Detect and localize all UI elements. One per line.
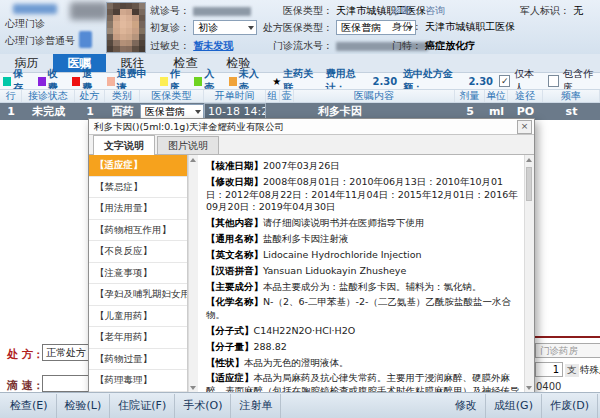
scroll-down-icon[interactable] [190,386,196,390]
bottom-bar-button[interactable]: 检查(E) [2,394,57,418]
status-color-swatch [229,77,237,86]
drug-info-entry: 【核准日期】2007年03月26日 [206,160,520,173]
orders-column-header: 剂量 [455,90,485,102]
content-scrollbar[interactable] [524,155,534,393]
orders-column-header: 组 [266,90,280,102]
bottom-bar-button[interactable]: 手术(O) [175,394,231,418]
allergy-link[interactable]: 暂未发现 [193,40,233,51]
dialog-section-list: 【适应症】【禁忌症】【用法用量】【药物相互作用】【不良反应】【注意事项】【孕妇及… [89,155,188,393]
selected-rx-amount-value: 2.30 [468,76,493,87]
patient-name-blurred [13,4,57,14]
scroll-up-icon[interactable] [190,158,196,162]
dialog-section-item[interactable]: 【不良反应】 [89,241,187,263]
orders-column-header: 行 [0,90,22,102]
row-insurance-dropdown[interactable]: 医保普病 [140,104,204,119]
order-cell: 西药 [105,104,140,119]
drug-info-entry-label: 【核准日期】 [206,160,263,171]
dialog-section-item[interactable]: 【药理毒理】 [89,370,187,392]
bottom-bar-button[interactable]: 住院证(F) [110,394,175,418]
drug-info-entry-text: 288.82 [254,341,287,352]
drug-info-entry: 【英文名称】Lidocaine Hydrochloride Injection [206,249,520,262]
military-value: 无 [573,5,583,16]
drug-info-entry: 【修改日期】2008年08月01日：2010年06月13日：2010年10月01… [206,176,520,214]
dialog-section-item[interactable]: 【适应症】 [89,155,187,177]
drug-info-entry: 【分子量】288.82 [206,341,520,354]
status-color-swatch [38,77,46,86]
first-visit-dropdown[interactable]: 初诊 [193,20,257,35]
rx-insurance-value: 医保普病 [341,21,381,35]
orders-column-header: 处方 [75,90,105,102]
drug-info-entry: 【适应症】本品为局麻药及抗心律失常药。主要用于浸润麻醉、硬膜外麻醉、表面麻醉（包… [206,372,520,393]
include-void-checkbox[interactable] [548,75,559,87]
orders-column-header: 医保类型 [140,90,204,102]
insurance-type-label: 医保类型： [255,4,333,18]
dialog-section-item[interactable]: 【禁忌症】 [89,177,187,199]
doctor-stamp-blurred [70,2,108,20]
drug-info-entry-text: 2007年03月26日 [263,160,340,171]
drug-info-entry-label: 【分子量】 [206,341,254,352]
bottom-bar-button[interactable]: 修改 [447,394,486,418]
patient-header: 心理门诊 心理门诊普通号 就诊号： 初复诊： 初诊 [0,0,600,55]
first-visit-value: 初诊 [198,21,218,35]
row-insurance-value: 医保普病 [145,105,185,119]
orders-column-header: 开单时间 [204,90,266,102]
drug-info-entry: 【通用名称】盐酸利多卡因注射液 [206,233,520,246]
drug-info-entry-label: 【化学名称】 [206,296,263,307]
dialog-section-item[interactable]: 【用法用量】 [89,198,187,220]
drug-info-entry-label: 【适应症】 [206,372,254,383]
row-insurance-cell[interactable]: 医保普病 [140,104,204,119]
quantity-input[interactable]: 1 [535,362,563,377]
dialog-tab[interactable]: 文字说明 [93,135,155,155]
scroll-down-icon[interactable] [526,386,532,390]
app-window: 心理门诊 心理门诊普通号 就诊号： 初复诊： 初诊 [0,0,600,418]
close-icon[interactable]: × [517,120,532,134]
dialog-section-item[interactable]: 【药物过量】 [89,349,187,371]
rx-type-label: 处 方： [7,347,44,362]
drug-info-entry-label: 【主要成分】 [206,281,263,292]
bottom-bar-button[interactable]: 成组(G) [486,394,542,418]
identity-label: 身份： [392,21,422,32]
pharmacy-input-disabled: 门诊药房 [535,343,600,358]
scroll-up-icon[interactable] [526,158,532,162]
dialog-section-item[interactable]: 【孕妇及哺乳期妇女用药】 [89,284,187,306]
star-icon: ★ [272,76,281,87]
status-color-swatch [194,77,202,86]
serial-no-label: 门诊流水号： [255,39,333,53]
clinic-number: 心理门诊普通号 [5,34,75,48]
drug-info-entry: 【其他内容】请仔细阅读说明书并在医师指导下使用 [206,217,520,230]
mente-value: 癌症放化疗 [425,40,475,51]
chevron-down-icon [195,110,201,114]
only-self-checkbox[interactable]: ✓ [499,75,510,87]
drug-info-entry: 【化学名称】N-（2、6-二甲苯基）-2-（二乙氨基）乙酰胺盐酸盐一水合物。 [206,296,520,322]
drug-info-entry-label: 【修改日期】 [206,176,263,187]
scrollbar-thumb[interactable] [526,167,532,201]
drug-info-entry: 【分子式】C14H22N2O·HCl·H2O [206,325,520,338]
section-list-scrollbar[interactable] [188,155,198,393]
dialog-section-item[interactable]: 【儿童用药】 [89,306,187,328]
status-color-swatch [107,77,115,86]
dialog-section-item[interactable]: 【注意事项】 [89,263,187,285]
dialog-section-item[interactable]: 【老年用药】 [89,327,187,349]
diagnosis-value: 咨询 [425,5,445,16]
status-color-swatch [3,77,11,86]
orders-column-header: 途径 [508,90,543,102]
status-color-swatch [72,77,80,86]
drug-info-entry-label: 【分子式】 [206,325,254,336]
dialog-section-item[interactable]: 【药物相互作用】 [89,220,187,242]
order-cell: 5 [455,105,485,118]
bottom-bar-button[interactable]: 注射单 [231,394,281,418]
drug-info-entry-text: Lidocaine Hydrochloride Injection [263,249,422,260]
bottom-bar-button[interactable]: 作废(D) [542,394,598,418]
drug-info-entry-label: 【性状】 [206,357,244,368]
bottom-bar-button[interactable]: 检验(L) [57,394,111,418]
order-cell: PO [508,105,543,118]
dialog-tab[interactable]: 图片说明 [157,136,219,154]
drug-info-entry-label: 【英文名称】 [206,249,263,260]
drug-info-entry-text: 本品主要成分为：盐酸利多卡因。辅料为：氯化钠。 [263,281,482,292]
drug-info-entry-text: 盐酸利多卡因注射液 [263,233,349,244]
drug-info-entry-label: 【其他内容】 [206,217,263,228]
order-cell: 1 [75,105,105,118]
drug-info-entry: 【汉语拼音】Yansuan Liduokayin Zhusheye [206,265,520,278]
allergy-label: 过敏史： [150,40,190,51]
dialog-title-bar[interactable]: 利多卡因()(5ml:0.1g)天津金耀药业有限公司 × [89,119,534,135]
